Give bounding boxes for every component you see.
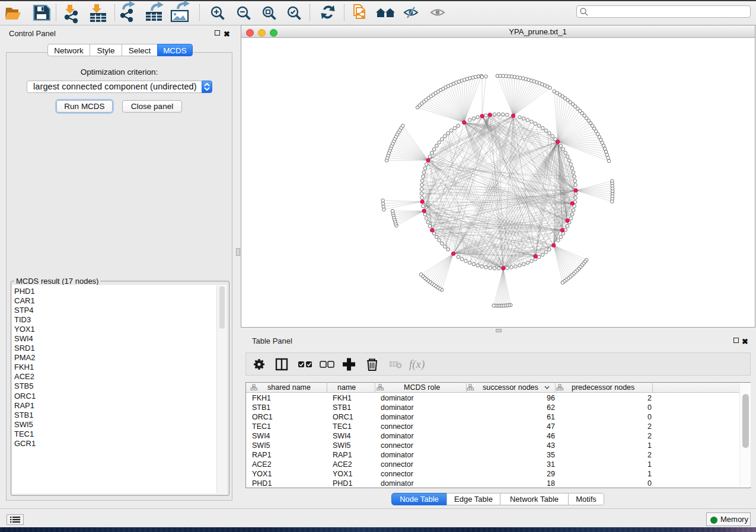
svg-text:f(x): f(x) xyxy=(409,358,425,371)
